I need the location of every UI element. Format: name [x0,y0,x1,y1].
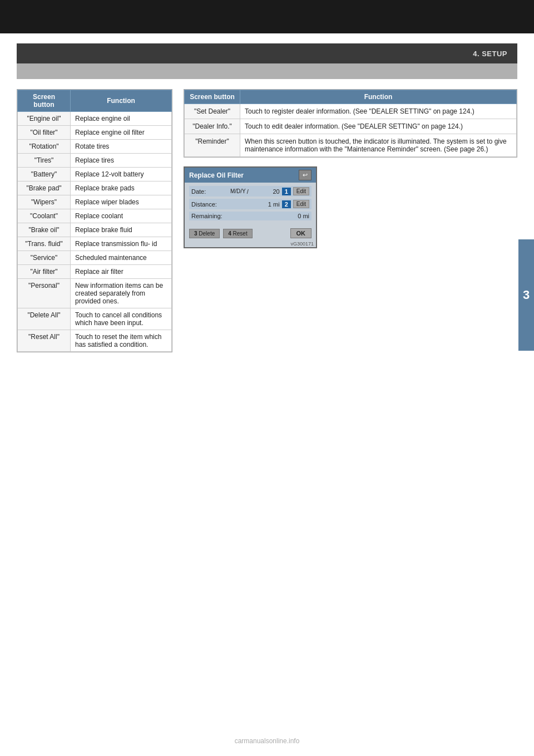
left-button-cell: "Air filter" [18,265,71,279]
left-function-cell: Replace engine oil filter [71,126,172,140]
left-function-cell: Replace air filter [71,265,172,279]
left-function-cell: Replace brake fluid [71,223,172,237]
screen-distance-row: Distance: 1 mi 2 Edit [189,199,312,209]
left-button-cell: "Coolant" [18,209,71,223]
left-table-row: "Coolant"Replace coolant [18,209,172,223]
distance-value: 1 mi [230,201,280,208]
left-function-cell: Replace coolant [71,209,172,223]
section-header: 4. SETUP [17,43,517,63]
main-content: Screen button Function "Engine oil"Repla… [17,89,517,352]
left-button-cell: "Wipers" [18,195,71,209]
left-button-cell: "Delete All" [18,308,71,330]
remaining-label: Remaining: [191,213,230,219]
date-separator: / [247,188,249,195]
left-function-cell: Replace 12-volt battery [71,168,172,181]
left-button-cell: "Reset All" [18,330,71,352]
screen-remaining-row: Remaining: 0 mi [189,212,312,220]
distance-badge: 2 [282,200,291,208]
left-button-cell: "Engine oil" [18,112,71,126]
left-button-cell: "Oil filter" [18,126,71,140]
date-badge: 1 [282,188,291,195]
right-col2-header: Function [240,90,517,104]
right-table-row: "Set Dealer"Touch to register dealer inf… [185,104,517,119]
date-format: M/D/Y [230,188,246,194]
left-function-cell: Replace tires [71,154,172,168]
left-button-cell: "Tires" [18,154,71,168]
left-button-cell: "Brake oil" [18,223,71,237]
screen-title: Replace Oil Filter [189,171,244,179]
sidebar-number: 3 [523,288,530,302]
top-bar [0,0,534,33]
left-button-cell: "Personal" [18,279,71,308]
left-table-row: "Battery"Replace 12-volt battery [18,168,172,181]
remaining-value: 0 mi [230,213,309,219]
right-function-cell: Touch to register dealer information. (S… [240,104,517,119]
left-button-cell: "Rotation" [18,140,71,154]
left-function-cell: Replace wiper blades [71,195,172,209]
reset-button[interactable]: 4 Reset [223,229,252,238]
date-label: Date: [191,188,230,195]
screen-mockup-body: Date: M/D/Y / 20 1 Edit Distance: 1 mi 2… [185,183,316,226]
date-value: 20 [250,188,280,195]
date-edit-button[interactable]: Edit [293,187,309,195]
right-button-cell: "Dealer Info." [185,119,240,134]
left-function-cell: Replace engine oil [71,112,172,126]
left-button-cell: "Service" [18,251,71,265]
page-wrapper: 4. SETUP Screen button Function "Engine … [0,0,534,756]
left-table-row: "Trans. fluid"Replace transmission flu- … [18,237,172,251]
screen-date-row: Date: M/D/Y / 20 1 Edit [189,186,312,197]
right-table-row: "Dealer Info."Touch to edit dealer infor… [185,119,517,134]
footer-buttons: 3 Delete 4 Reset [189,229,253,238]
sub-header [17,63,517,79]
right-function-cell: Touch to edit dealer information. (See "… [240,119,517,134]
left-button-cell: "Battery" [18,168,71,181]
screen-mockup: Replace Oil Filter ↩ Date: M/D/Y / 20 1 … [184,166,317,248]
screen-image-id: vG300171 [185,240,316,247]
ok-button[interactable]: OK [290,228,312,238]
distance-label: Distance: [191,201,230,208]
screen-mockup-header: Replace Oil Filter ↩ [185,168,316,183]
left-table-row: "Reset All"Touch to reset the item which… [18,330,172,352]
footer-watermark: carmanualsonline.info [235,737,300,745]
left-function-cell: Replace transmission flu- id [71,237,172,251]
left-button-cell: "Trans. fluid" [18,237,71,251]
left-table-row: "Oil filter"Replace engine oil filter [18,126,172,140]
number-sidebar-tab: 3 [518,239,534,351]
right-table: Screen button Function "Set Dealer"Touch… [184,89,517,158]
left-function-cell: New information items can be created sep… [71,279,172,308]
left-table-row: "Tires"Replace tires [18,154,172,168]
left-col1-header: Screen button [18,90,71,112]
right-section: Screen button Function "Set Dealer"Touch… [184,89,517,352]
delete-button[interactable]: 3 Delete [189,229,220,238]
left-table-row: "Delete All"Touch to cancel all conditio… [18,308,172,330]
left-col2-header: Function [71,90,172,112]
left-table: Screen button Function "Engine oil"Repla… [17,89,172,352]
screen-footer: 3 Delete 4 Reset OK [185,226,316,240]
delete-badge: 3 [194,230,197,237]
left-function-cell: Scheduled maintenance [71,251,172,265]
left-function-cell: Touch to reset the item which has satisf… [71,330,172,352]
left-table-row: "Brake oil"Replace brake fluid [18,223,172,237]
left-button-cell: "Brake pad" [18,181,71,195]
left-table-row: "Brake pad"Replace brake pads [18,181,172,195]
right-button-cell: "Set Dealer" [185,104,240,119]
right-function-cell: When this screen button is touched, the … [240,134,517,157]
left-table-row: "Personal"New information items can be c… [18,279,172,308]
left-table-row: "Engine oil"Replace engine oil [18,112,172,126]
left-function-cell: Touch to cancel all conditions which hav… [71,308,172,330]
left-function-cell: Replace brake pads [71,181,172,195]
left-table-row: "Air filter"Replace air filter [18,265,172,279]
left-table-row: "Rotation"Rotate tires [18,140,172,154]
distance-edit-button[interactable]: Edit [293,200,309,208]
right-button-cell: "Reminder" [185,134,240,157]
left-function-cell: Rotate tires [71,140,172,154]
right-col1-header: Screen button [185,90,240,104]
right-table-row: "Reminder"When this screen button is tou… [185,134,517,157]
left-table-row: "Wipers"Replace wiper blades [18,195,172,209]
section-title: 4. SETUP [473,50,507,58]
screen-back-button[interactable]: ↩ [299,170,312,180]
left-table-row: "Service"Scheduled maintenance [18,251,172,265]
reset-badge: 4 [228,230,231,237]
